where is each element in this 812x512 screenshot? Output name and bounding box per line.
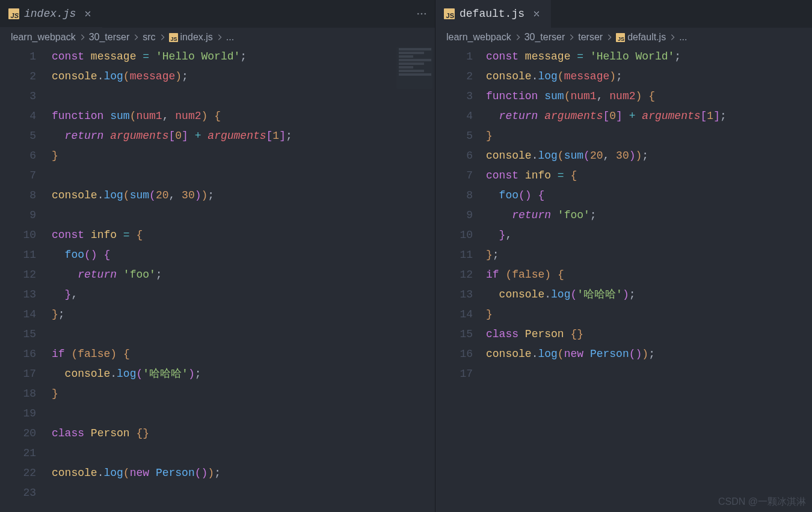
chevron-right-icon: [78, 33, 87, 41]
minimap[interactable]: [396, 47, 432, 89]
code-line[interactable]: class Person {}: [486, 325, 812, 344]
code-line[interactable]: return 'foo';: [52, 265, 435, 285]
line-number: 2: [435, 67, 473, 87]
close-icon[interactable]: [532, 9, 541, 19]
breadcrumb-item[interactable]: ...: [679, 32, 687, 43]
breadcrumb-item[interactable]: terser: [578, 32, 603, 43]
tab-bar: JS index.js: [0, 0, 435, 28]
line-number: 8: [435, 186, 473, 206]
code-line[interactable]: }: [486, 305, 812, 325]
code-line[interactable]: if (false) {: [486, 265, 812, 285]
breadcrumb-item[interactable]: ...: [226, 32, 234, 43]
code-line[interactable]: [52, 483, 435, 503]
line-number: 3: [435, 87, 473, 106]
code-line[interactable]: console.log(sum(20, 30));: [52, 186, 435, 206]
code-line[interactable]: [52, 443, 435, 463]
code-line[interactable]: [52, 404, 435, 424]
line-number: 5: [435, 126, 473, 146]
breadcrumb[interactable]: learn_webpack30_tersersrcJSindex.js...: [0, 28, 435, 44]
watermark: CSDN @一颗冰淇淋: [718, 496, 806, 508]
line-number: 4: [435, 106, 473, 126]
more-icon[interactable]: [416, 8, 428, 20]
code-line[interactable]: foo() {: [486, 186, 812, 206]
code-line[interactable]: return arguments[0] + arguments[1];: [486, 106, 812, 126]
line-number: 17: [0, 364, 36, 384]
code-line[interactable]: [52, 206, 435, 225]
line-number: 3: [0, 87, 36, 106]
code-line[interactable]: };: [52, 305, 435, 325]
tab-index-js[interactable]: JS index.js: [0, 0, 102, 28]
tab-actions[interactable]: [408, 0, 435, 28]
line-number: 21: [0, 443, 36, 463]
line-number: 23: [0, 483, 36, 503]
svg-point-1: [421, 13, 423, 15]
code-line[interactable]: [52, 87, 435, 106]
breadcrumb-item[interactable]: JSdefault.js: [616, 32, 666, 43]
tab-default-js[interactable]: JS default.js: [435, 0, 551, 28]
line-number: 14: [435, 305, 473, 325]
code-line[interactable]: console.log(new Person());: [486, 344, 812, 364]
line-number: 18: [0, 384, 36, 404]
js-icon: JS: [444, 8, 455, 19]
line-number: 12: [435, 265, 473, 285]
line-number: 15: [0, 325, 36, 344]
code-line[interactable]: const info = {: [486, 166, 812, 186]
code-line[interactable]: [486, 364, 812, 384]
code-content[interactable]: const message = 'Hello World';console.lo…: [486, 47, 812, 512]
line-number: 12: [0, 265, 36, 285]
code-line[interactable]: },: [486, 225, 812, 245]
code-line[interactable]: }: [486, 126, 812, 146]
code-line[interactable]: }: [52, 146, 435, 166]
code-line[interactable]: const info = {: [52, 225, 435, 245]
breadcrumb[interactable]: learn_webpack30_terserterserJSdefault.js…: [435, 28, 812, 44]
code-editor[interactable]: 1234567891011121314151617 const message …: [435, 44, 812, 512]
code-line[interactable]: const message = 'Hello World';: [52, 47, 435, 67]
breadcrumb-item[interactable]: learn_webpack: [11, 32, 76, 43]
line-number: 1: [435, 47, 473, 67]
breadcrumb-item[interactable]: learn_webpack: [446, 32, 511, 43]
code-line[interactable]: console.log(sum(20, 30));: [486, 146, 812, 166]
code-line[interactable]: console.log('哈哈哈');: [486, 285, 812, 305]
breadcrumb-item[interactable]: 30_terser: [89, 32, 130, 43]
breadcrumb-item[interactable]: JSindex.js: [169, 32, 213, 43]
code-line[interactable]: console.log('哈哈哈');: [52, 364, 435, 384]
svg-point-0: [417, 13, 419, 15]
code-line[interactable]: console.log(message);: [486, 67, 812, 87]
code-line[interactable]: console.log(message);: [52, 67, 435, 87]
code-line[interactable]: function sum(num1, num2) {: [52, 106, 435, 126]
code-line[interactable]: const message = 'Hello World';: [486, 47, 812, 67]
code-line[interactable]: foo() {: [52, 245, 435, 265]
line-number: 10: [0, 225, 36, 245]
chevron-right-icon: [215, 33, 224, 41]
line-number: 20: [0, 424, 36, 443]
line-number: 7: [0, 166, 36, 186]
line-number: 7: [435, 166, 473, 186]
code-line[interactable]: },: [52, 285, 435, 305]
code-line[interactable]: }: [52, 384, 435, 404]
chevron-right-icon: [668, 33, 677, 41]
code-editor[interactable]: 1234567891011121314151617181920212223 co…: [0, 44, 435, 512]
line-number: 19: [0, 404, 36, 424]
code-line[interactable]: };: [486, 245, 812, 265]
editor-pane-left: JS index.js learn_webpack30_tersersrcJSi…: [0, 0, 435, 512]
line-number: 13: [435, 285, 473, 305]
code-line[interactable]: console.log(new Person());: [52, 463, 435, 483]
close-icon[interactable]: [83, 9, 93, 19]
line-number: 16: [435, 344, 473, 364]
chevron-right-icon: [567, 33, 576, 41]
code-line[interactable]: [52, 325, 435, 344]
line-gutter: 1234567891011121314151617: [435, 47, 486, 512]
line-number: 8: [0, 186, 36, 206]
line-number: 15: [435, 325, 473, 344]
code-line[interactable]: if (false) {: [52, 344, 435, 364]
code-content[interactable]: const message = 'Hello World';console.lo…: [52, 47, 435, 512]
code-line[interactable]: return 'foo';: [486, 206, 812, 225]
code-line[interactable]: [52, 166, 435, 186]
code-line[interactable]: return arguments[0] + arguments[1];: [52, 126, 435, 146]
js-icon: JS: [8, 8, 19, 19]
tab-bar: JS default.js: [435, 0, 812, 28]
code-line[interactable]: class Person {}: [52, 424, 435, 443]
breadcrumb-item[interactable]: 30_terser: [524, 32, 565, 43]
breadcrumb-item[interactable]: src: [143, 32, 155, 43]
code-line[interactable]: function sum(num1, num2) {: [486, 87, 812, 106]
